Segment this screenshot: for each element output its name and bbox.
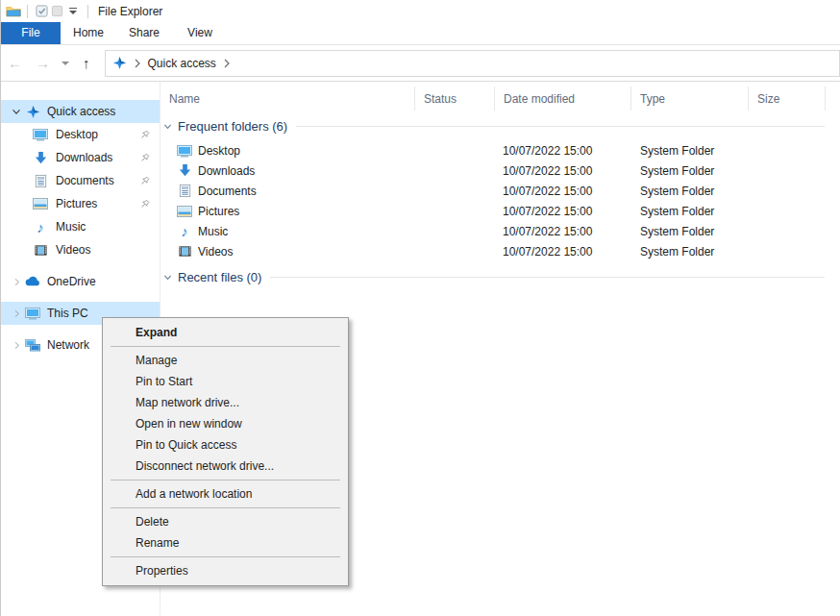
menu-item-delete[interactable]: Delete	[103, 511, 348, 532]
downloads-icon	[32, 151, 49, 165]
file-date-modified: 10/07/2022 15:00	[494, 181, 630, 201]
group-header-recent-files[interactable]: Recent files (0)	[162, 270, 840, 284]
desktop-icon	[177, 143, 192, 159]
sidebar-item-label: Pictures	[56, 197, 97, 210]
window-title: File Explorer	[98, 5, 162, 18]
onedrive-cloud-icon	[24, 276, 41, 287]
file-status	[414, 221, 494, 241]
file-explorer-window: File Explorer File Home Share View ← → ↑…	[0, 0, 840, 616]
title-bar: File Explorer	[1, 0, 840, 22]
file-name: Documents	[198, 185, 257, 198]
file-name: Videos	[198, 245, 233, 259]
back-button[interactable]: ←	[1, 56, 29, 70]
file-row-desktop[interactable]: Desktop 10/07/2022 15:00 System Folder	[161, 140, 840, 160]
sidebar-item-onedrive[interactable]: OneDrive	[1, 270, 160, 293]
qat-properties-icon[interactable]	[34, 4, 49, 19]
file-row-videos[interactable]: Videos 10/07/2022 15:00 System Folder	[161, 241, 840, 261]
breadcrumb-chevron-icon[interactable]	[223, 59, 231, 68]
menu-item-open-in-new-window[interactable]: Open in new window	[103, 413, 348, 434]
menu-item-rename[interactable]: Rename	[103, 532, 348, 554]
sidebar-item-documents[interactable]: Documents	[1, 169, 160, 192]
sidebar-item-music[interactable]: ♪ Music	[1, 215, 160, 238]
qat-customize-dropdown-icon[interactable]	[67, 8, 79, 14]
this-pc-context-menu: Expand Manage Pin to Start Map network d…	[102, 317, 349, 586]
file-row-pictures[interactable]: Pictures 10/07/2022 15:00 System Folder	[161, 201, 840, 221]
group-rule	[270, 277, 825, 278]
chevron-right-icon[interactable]	[9, 308, 24, 319]
column-header-type[interactable]: Type	[630, 86, 748, 111]
menu-item-map-network-drive[interactable]: Map network drive...	[103, 392, 348, 413]
sidebar-item-quick-access[interactable]: Quick access	[1, 100, 160, 123]
qat-new-folder-icon[interactable]	[49, 4, 64, 19]
sidebar-item-label: Videos	[56, 243, 90, 257]
menu-item-add-a-network-location[interactable]: Add a network location	[103, 483, 348, 505]
chevron-right-icon[interactable]	[9, 340, 24, 351]
documents-icon	[32, 174, 49, 188]
column-header-date-modified[interactable]: Date modified	[494, 86, 630, 111]
sidebar-item-pictures[interactable]: Pictures	[1, 192, 160, 215]
menu-item-manage[interactable]: Manage	[103, 350, 348, 371]
breadcrumb-quick-access[interactable]: Quick access	[148, 57, 216, 70]
pin-icon	[138, 129, 151, 141]
column-header-name[interactable]: Name	[161, 86, 414, 111]
up-button[interactable]: ↑	[74, 56, 96, 70]
file-date-modified: 10/07/2022 15:00	[494, 160, 630, 181]
tab-view[interactable]: View	[172, 22, 228, 44]
pin-icon	[138, 152, 151, 164]
chevron-down-icon[interactable]	[9, 106, 24, 117]
sidebar-item-desktop[interactable]: Desktop	[1, 123, 160, 146]
tab-file[interactable]: File	[1, 22, 61, 44]
file-row-downloads[interactable]: Downloads 10/07/2022 15:00 System Folder	[161, 160, 840, 181]
breadcrumb-chevron-icon[interactable]	[134, 59, 141, 68]
file-name: Pictures	[198, 205, 239, 218]
menu-item-pin-to-start[interactable]: Pin to Start	[103, 371, 348, 392]
column-header-status[interactable]: Status	[414, 86, 494, 111]
ribbon-tabs: File Home Share View	[1, 22, 840, 45]
file-status	[414, 140, 494, 160]
forward-button[interactable]: →	[29, 56, 57, 70]
file-type: System Folder	[630, 241, 748, 261]
menu-item-expand[interactable]: Expand	[103, 322, 348, 343]
column-header-size[interactable]: Size	[748, 86, 826, 111]
downloads-icon	[177, 163, 192, 178]
sidebar-item-label: Desktop	[56, 128, 98, 141]
menu-separator	[111, 480, 340, 480]
menu-separator	[111, 346, 340, 347]
file-status	[414, 181, 494, 201]
music-note-icon: ♪	[32, 220, 49, 234]
recent-locations-dropdown-icon[interactable]	[62, 62, 69, 65]
sidebar-item-label: Quick access	[47, 105, 115, 118]
chevron-down-icon[interactable]	[162, 272, 173, 283]
file-row-music[interactable]: ♪ Music 10/07/2022 15:00 System Folder	[161, 221, 840, 241]
file-date-modified: 10/07/2022 15:00	[494, 140, 630, 160]
menu-separator	[111, 507, 340, 508]
file-type: System Folder	[630, 140, 748, 160]
sidebar-item-videos[interactable]: Videos	[1, 238, 160, 261]
file-status	[414, 201, 494, 221]
videos-film-icon	[177, 244, 192, 259]
file-row-documents[interactable]: Documents 10/07/2022 15:00 System Folder	[161, 181, 840, 201]
chevron-down-icon[interactable]	[162, 121, 173, 132]
chevron-right-icon[interactable]	[9, 277, 24, 287]
menu-item-pin-to-quick-access[interactable]: Pin to Quick access	[103, 434, 348, 456]
this-pc-monitor-icon	[24, 306, 41, 321]
file-status	[414, 241, 494, 261]
tab-home[interactable]: Home	[61, 22, 116, 44]
videos-film-icon	[32, 243, 49, 258]
qat-separator	[87, 5, 88, 18]
group-rule	[296, 126, 825, 127]
sidebar-item-label: Downloads	[56, 151, 112, 164]
address-bar: ← → ↑ Quick access	[1, 45, 840, 82]
file-explorer-logo-icon[interactable]	[6, 4, 21, 19]
file-status	[414, 160, 494, 181]
menu-item-disconnect-network-drive[interactable]: Disconnect network drive...	[103, 456, 348, 477]
menu-separator	[111, 556, 340, 557]
tab-share[interactable]: Share	[116, 22, 172, 44]
quick-access-pinwheel-icon	[112, 56, 127, 70]
menu-item-properties[interactable]: Properties	[103, 560, 348, 581]
sidebar-item-downloads[interactable]: Downloads	[1, 146, 160, 169]
qat-separator	[27, 5, 28, 18]
file-name: Music	[198, 225, 228, 238]
group-header-frequent-folders[interactable]: Frequent folders (6)	[162, 119, 840, 134]
address-input[interactable]: Quick access	[105, 50, 840, 77]
